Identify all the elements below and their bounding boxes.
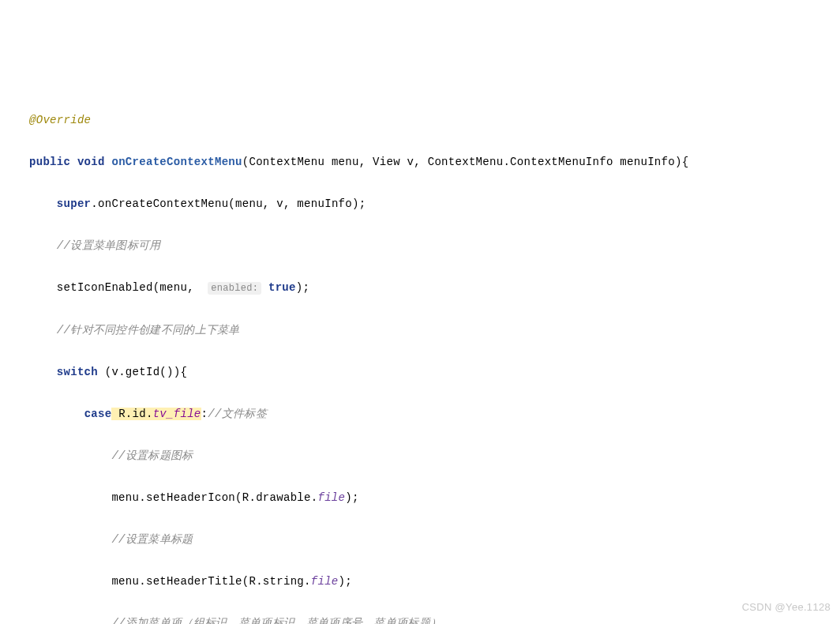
- call: setIconEnabled(menu,: [57, 281, 201, 294]
- case-highlight: R.id.tv_file: [111, 408, 201, 420]
- super-call: .onCreateContextMenu(menu, v, menuInfo);: [91, 197, 366, 210]
- code-line[interactable]: setIconEnabled(menu, enabled: true);: [0, 277, 840, 299]
- keyword-public: public: [29, 156, 70, 168]
- code-editor[interactable]: @Override public void onCreateContextMen…: [0, 88, 840, 624]
- code-line[interactable]: //添加菜单项（组标识、菜单项标识、菜单项序号、菜单项标题）: [0, 613, 840, 625]
- method-name: onCreateContextMenu: [111, 156, 242, 168]
- method-signature: (ContextMenu menu, View v, ContextMenu.C…: [242, 156, 689, 168]
- comment: //设置标题图标: [111, 449, 193, 462]
- code-line[interactable]: public void onCreateContextMenu(ContextM…: [0, 152, 840, 173]
- code-line[interactable]: switch (v.getId()){: [0, 362, 840, 383]
- code-line[interactable]: case R.id.tv_file://文件标签: [0, 404, 840, 425]
- code-line[interactable]: super.onCreateContextMenu(menu, v, menuI…: [0, 194, 840, 215]
- comment: //设置菜单图标可用: [57, 239, 161, 252]
- keyword-true: true: [268, 281, 296, 294]
- code-line[interactable]: //设置标题图标: [0, 445, 840, 467]
- keyword-case: case: [84, 408, 112, 420]
- comment: //添加菜单项（组标识、菜单项标识、菜单项序号、菜单项标题）: [111, 617, 441, 625]
- code-line[interactable]: //设置菜单标题: [0, 529, 840, 551]
- comment: //针对不同控件创建不同的上下菜单: [57, 324, 240, 336]
- code-line[interactable]: menu.setHeaderTitle(R.string.file);: [0, 571, 840, 592]
- watermark: CSDN @Yee.1128: [742, 597, 831, 618]
- field-ref: tv_file: [153, 408, 201, 420]
- param-hint: enabled:: [208, 282, 261, 295]
- code-line[interactable]: @Override: [0, 110, 840, 131]
- annotation: @Override: [29, 114, 91, 126]
- keyword-switch: switch: [57, 366, 98, 378]
- keyword-void: void: [77, 156, 105, 168]
- comment: //设置菜单标题: [111, 533, 193, 546]
- keyword-super: super: [57, 197, 92, 210]
- field-ref: file: [317, 491, 345, 504]
- code-line[interactable]: //设置菜单图标可用: [0, 235, 840, 257]
- field-ref: file: [311, 575, 339, 588]
- code-line[interactable]: //针对不同控件创建不同的上下菜单: [0, 320, 840, 341]
- code-line[interactable]: menu.setHeaderIcon(R.drawable.file);: [0, 487, 840, 509]
- comment: //文件标签: [208, 408, 267, 420]
